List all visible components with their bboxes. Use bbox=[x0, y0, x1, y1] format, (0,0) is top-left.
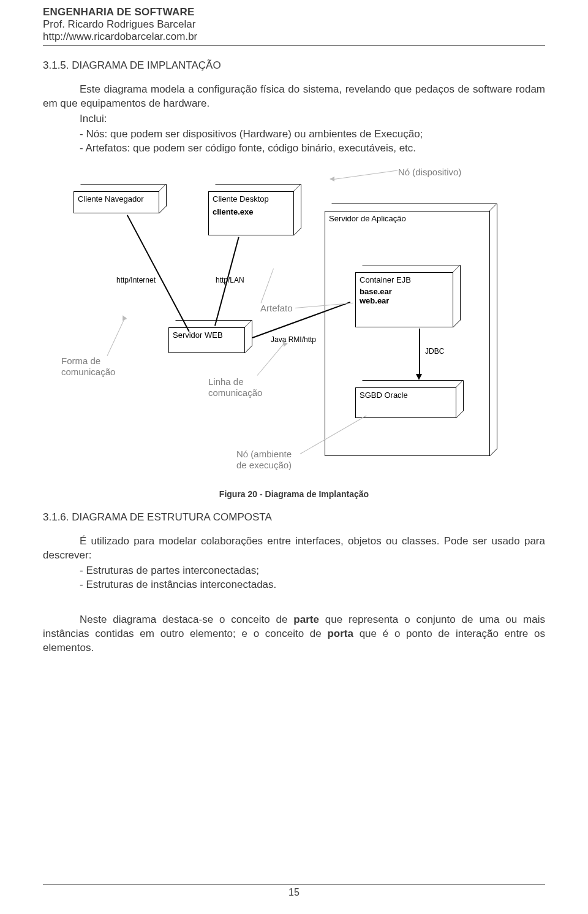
label-cliente-exe: cliente.exe bbox=[213, 207, 290, 216]
label-jdbc: JDBC bbox=[425, 347, 444, 356]
figure-caption: Figura 20 - Diagrama de Implantação bbox=[55, 489, 533, 499]
edge-jdbc-line bbox=[419, 329, 420, 375]
annot-arrow-forma bbox=[121, 314, 127, 321]
annot-no-ambiente-1: Nó (ambiente bbox=[236, 449, 292, 459]
deployment-diagram: Nó (dispositivo) Cliente Navegador Clien… bbox=[55, 167, 533, 486]
label-servidor-web: Servidor WEB bbox=[173, 330, 241, 340]
label-web-ear: web.ear bbox=[360, 296, 449, 305]
annot-line-linha bbox=[257, 342, 285, 375]
edge-jdbc-arrow-icon bbox=[416, 374, 422, 380]
annot-linha-1: Linha de bbox=[208, 376, 244, 387]
section-316-bullet2: - Estruturas de instâncias interconectad… bbox=[43, 578, 545, 592]
label-base-ear: base.ear bbox=[360, 287, 449, 296]
page-number: 15 bbox=[0, 887, 588, 898]
header-url: http://www.ricardobarcelar.com.br bbox=[43, 31, 545, 43]
annot-arrow-no-dispositivo bbox=[330, 177, 334, 181]
annot-no-ambiente-2: de execução) bbox=[236, 460, 292, 470]
annot-linha-2: comunicação bbox=[208, 387, 262, 398]
annot-forma-1: Forma de bbox=[61, 356, 100, 366]
label-sgbd-oracle: SGBD Oracle bbox=[360, 390, 452, 400]
section-316-bullet1: - Estruturas de partes interconectadas; bbox=[43, 564, 545, 578]
label-java-rmi: Java RMI/http bbox=[271, 335, 316, 344]
section-315-bullet1: - Nós: que podem ser dispositivos (Hardw… bbox=[43, 128, 545, 142]
label-servidor-aplicacao: Servidor de Aplicação bbox=[329, 214, 486, 223]
label-cliente-navegador: Cliente Navegador bbox=[78, 194, 144, 204]
section-315-para1: Este diagrama modela a configuração físi… bbox=[43, 83, 545, 111]
annot-line-forma bbox=[107, 317, 126, 356]
footer-divider bbox=[43, 884, 545, 885]
section-315-bullet2: - Artefatos: que podem ser código fonte,… bbox=[43, 142, 545, 156]
label-cliente-desktop: Cliente Desktop bbox=[213, 194, 290, 204]
section-316-para2: Neste diagrama destaca-se o conceito de … bbox=[43, 613, 545, 655]
p2d: porta bbox=[327, 628, 353, 639]
annot-line-no-dispositivo bbox=[334, 170, 398, 180]
p2a: Neste diagrama destaca-se o conceito de bbox=[80, 614, 293, 625]
page-header: ENGENHARIA DE SOFTWARE Prof. Ricardo Rod… bbox=[43, 6, 545, 46]
annot-artefato: Artefato bbox=[260, 303, 293, 313]
label-http-internet: http/Internet bbox=[116, 276, 156, 284]
annot-no-dispositivo: Nó (dispositivo) bbox=[398, 167, 461, 177]
annot-line-artefato-up bbox=[261, 268, 274, 303]
label-container-ejb: Container EJB bbox=[360, 275, 449, 284]
figure-20: Nó (dispositivo) Cliente Navegador Clien… bbox=[55, 167, 533, 499]
annot-forma-2: comunicação bbox=[61, 367, 115, 377]
header-course: ENGENHARIA DE SOFTWARE bbox=[43, 6, 545, 18]
page: ENGENHARIA DE SOFTWARE Prof. Ricardo Rod… bbox=[0, 0, 588, 914]
header-prof: Prof. Ricardo Rodrigues Barcelar bbox=[43, 18, 545, 31]
section-315-title: 3.1.5. DIAGRAMA DE IMPLANTAÇÃO bbox=[43, 59, 545, 72]
section-315-includes: Inclui: bbox=[43, 112, 545, 126]
label-http-lan: http/LAN bbox=[216, 276, 244, 284]
section-316-title: 3.1.6. DIAGRAMA DE ESTRUTURA COMPOSTA bbox=[43, 511, 545, 524]
section-316-para1: É utilizado para modelar colaborações en… bbox=[43, 535, 545, 563]
p2b: parte bbox=[293, 614, 319, 625]
edge-http-internet bbox=[127, 215, 189, 332]
